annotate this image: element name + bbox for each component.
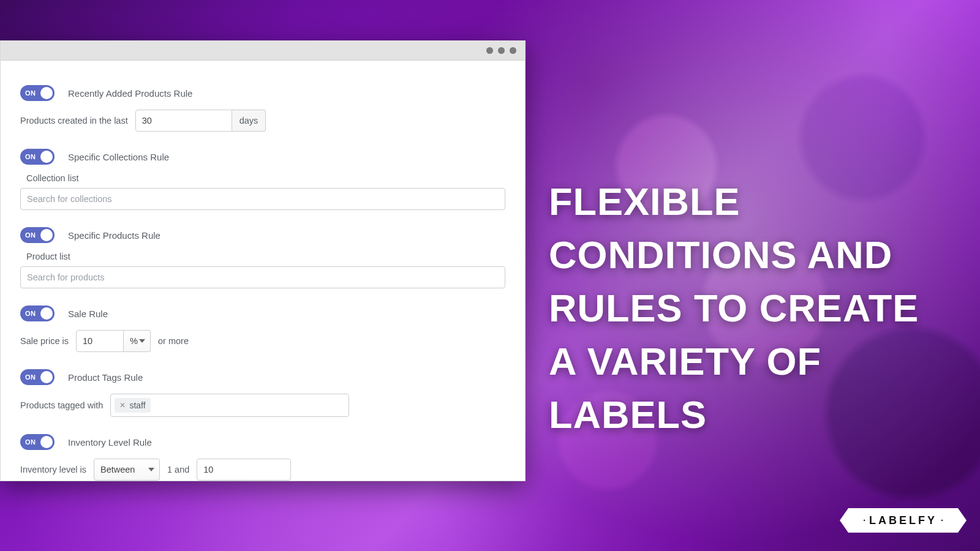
bullet-icon: ·	[937, 515, 947, 525]
browser-window: ON Recently Added Products Rule Products…	[0, 40, 526, 481]
sale-suffix-label: or more	[158, 336, 189, 346]
labelfy-logo: · LABELFY ·	[848, 508, 958, 533]
product-search-input[interactable]	[20, 266, 505, 288]
inventory-operator-value: Between	[100, 465, 135, 474]
toggle-label: ON	[25, 153, 36, 160]
bullet-icon: ·	[859, 515, 869, 525]
recent-prefix-label: Products created in the last	[20, 116, 128, 126]
hero-headline: Flexible conditions and rules to create …	[549, 175, 941, 441]
rule-specific-collections: ON Specific Collections Rule Collection …	[20, 149, 505, 210]
toggle-knob	[40, 229, 53, 241]
window-control-dot[interactable]	[510, 47, 516, 54]
rule-title: Product Tags Rule	[68, 372, 143, 383]
window-titlebar	[1, 41, 525, 61]
inventory-operator-select[interactable]: Between	[94, 459, 160, 481]
toggle-label: ON	[25, 310, 36, 317]
rule-product-tags: ON Product Tags Rule Products tagged wit…	[20, 369, 505, 417]
rule-specific-products: ON Specific Products Rule Product list	[20, 227, 505, 288]
toggle-knob	[40, 436, 53, 448]
toggle-label: ON	[25, 438, 36, 446]
sale-value-input[interactable]	[76, 330, 124, 352]
inventory-prefix-label: Inventory level is	[20, 465, 86, 474]
rule-title: Sale Rule	[68, 309, 108, 319]
collection-search-input[interactable]	[20, 188, 505, 210]
toggle-inventory-level[interactable]: ON	[20, 434, 55, 450]
toggle-label: ON	[25, 373, 36, 381]
toggle-knob	[40, 371, 53, 383]
toggle-product-tags[interactable]: ON	[20, 369, 55, 385]
rule-recently-added: ON Recently Added Products Rule Products…	[20, 85, 505, 132]
rules-form: ON Recently Added Products Rule Products…	[1, 61, 525, 493]
rule-title: Inventory Level Rule	[68, 437, 152, 448]
rule-sale: ON Sale Rule Sale price is % or more	[20, 305, 505, 352]
rule-title: Recently Added Products Rule	[68, 88, 192, 99]
marketing-slide: ON Recently Added Products Rule Products…	[0, 0, 980, 551]
toggle-knob	[40, 307, 53, 320]
logo-text: LABELFY	[869, 514, 937, 527]
toggle-knob	[40, 87, 53, 99]
inventory-mid-label: 1 and	[167, 465, 189, 474]
toggle-label: ON	[25, 89, 36, 97]
window-control-dot[interactable]	[498, 47, 505, 54]
collection-list-label: Collection list	[26, 173, 505, 183]
product-list-label: Product list	[26, 252, 505, 261]
recent-days-unit: days	[232, 110, 266, 132]
tags-input[interactable]: ✕ staff	[110, 394, 349, 417]
tag-text: staff	[129, 400, 145, 410]
rule-title: Specific Collections Rule	[68, 152, 169, 162]
sale-prefix-label: Sale price is	[20, 336, 69, 346]
toggle-recently-added[interactable]: ON	[20, 85, 55, 101]
toggle-label: ON	[25, 231, 36, 239]
tag-chip: ✕ staff	[115, 398, 150, 413]
tags-prefix-label: Products tagged with	[20, 400, 103, 410]
recent-days-input[interactable]	[135, 110, 232, 132]
rule-title: Specific Products Rule	[68, 230, 160, 241]
rule-inventory-level: ON Inventory Level Rule Inventory level …	[20, 434, 505, 481]
inventory-upper-input[interactable]	[197, 459, 291, 481]
toggle-specific-products[interactable]: ON	[20, 227, 55, 243]
sale-unit-select[interactable]: %	[124, 330, 151, 352]
toggle-specific-collections[interactable]: ON	[20, 149, 55, 165]
toggle-knob	[40, 151, 53, 163]
remove-tag-icon[interactable]: ✕	[119, 401, 126, 410]
window-control-dot[interactable]	[486, 47, 493, 54]
toggle-sale[interactable]: ON	[20, 305, 55, 321]
chevron-down-icon	[139, 339, 145, 343]
chevron-down-icon	[148, 468, 154, 471]
sale-unit-value: %	[130, 336, 138, 346]
